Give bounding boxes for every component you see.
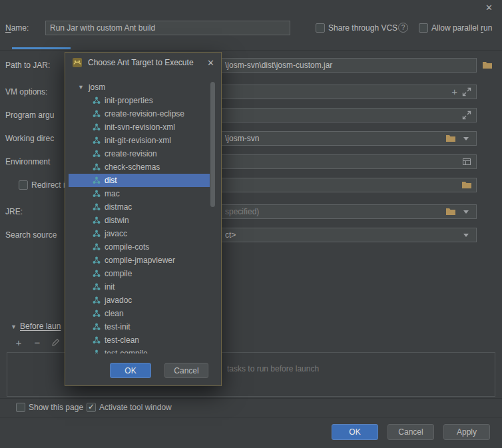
tree-item-label: init	[105, 282, 115, 292]
apply-button[interactable]: Apply	[443, 424, 490, 440]
add-task-button[interactable]: +	[13, 337, 24, 349]
tree-item-label: dist	[105, 176, 117, 185]
folder-icon[interactable]	[461, 180, 472, 190]
ant-target-icon	[93, 230, 101, 238]
ant-target-icon	[93, 216, 101, 224]
popup-cancel-button[interactable]: Cancel	[164, 363, 208, 378]
choose-ant-target-dialog: Choose Ant Target to Execute ✕ ▼ josm in…	[65, 52, 222, 386]
ant-target-icon	[93, 150, 101, 158]
name-label: Name:	[5, 23, 29, 33]
ant-target-icon	[93, 296, 101, 304]
popup-title-bar[interactable]: Choose Ant Target to Execute ✕	[65, 53, 221, 73]
tree-item-label: test-init	[105, 322, 130, 332]
chevron-down-icon[interactable]	[460, 132, 472, 145]
tree-item[interactable]: clean	[69, 307, 210, 320]
popup-scrollbar-thumb[interactable]	[210, 82, 215, 207]
ant-target-icon	[93, 110, 101, 118]
chevron-down-icon[interactable]	[460, 228, 472, 242]
tab-selected-indicator	[12, 47, 71, 49]
path-to-jar-label: Path to JAR:	[5, 61, 50, 71]
ant-target-icon	[93, 136, 101, 144]
activate-tool-window-checkbox[interactable]	[87, 403, 96, 412]
edit-task-button[interactable]	[51, 337, 61, 349]
environment-variables-label: Environment	[5, 157, 50, 167]
tree-item[interactable]: test-compile	[69, 347, 210, 353]
redirect-input-checkbox[interactable]	[19, 180, 28, 190]
path-browse-button[interactable]	[482, 60, 493, 71]
tree-item-label: compile-cots	[105, 242, 149, 252]
expand-field-icon[interactable]	[461, 110, 472, 120]
tree-item-label: clean	[105, 309, 124, 318]
tree-item[interactable]: javacc	[69, 227, 210, 240]
ant-target-icon	[93, 123, 101, 131]
expanded-arrow-icon[interactable]: ▼	[78, 84, 84, 91]
popup-title: Choose Ant Target to Execute	[88, 58, 202, 67]
ant-target-icon	[93, 283, 101, 291]
ant-target-icon	[93, 310, 101, 318]
before-launch-label: Before laun	[20, 322, 61, 332]
tree-item[interactable]: init-svn-revision-xml	[69, 120, 210, 134]
cancel-button[interactable]: Cancel	[387, 424, 434, 440]
expand-field-icon[interactable]	[461, 87, 472, 97]
tree-item-label: compile-jmapviewer	[105, 256, 175, 265]
tree-item-label: test-clean	[105, 336, 139, 345]
remove-task-button[interactable]: −	[32, 337, 43, 349]
allow-parallel-label: Allow parallel run	[431, 23, 492, 33]
tree-item[interactable]: javadoc	[69, 294, 210, 307]
tree-item-label: javadoc	[105, 296, 132, 305]
vm-options-label: VM options:	[5, 87, 47, 97]
ant-target-tree: ▼ josm init-properties create-revision-e…	[69, 81, 210, 353]
before-launch-empty-text: tasks to run before launch	[227, 364, 319, 373]
tree-item[interactable]: test-init	[69, 320, 210, 334]
tree-item[interactable]: test-clean	[69, 334, 210, 347]
before-launch-expander-icon[interactable]: ▼	[11, 324, 17, 330]
tree-item[interactable]: distmac	[69, 200, 210, 214]
popup-close-icon[interactable]: ✕	[207, 58, 214, 68]
tree-item-label: distmac	[105, 202, 132, 212]
popup-ok-button[interactable]: OK	[110, 363, 151, 378]
activate-tool-window-label: Activate tool window	[99, 403, 172, 413]
program-arguments-label: Program argu	[5, 111, 54, 120]
share-vcs-label: Share through VCS	[328, 23, 397, 33]
share-vcs-checkbox[interactable]	[316, 23, 325, 33]
tree-item[interactable]: compile-jmapviewer	[69, 254, 210, 267]
tree-item[interactable]: init-properties	[69, 94, 210, 107]
ant-target-icon	[93, 203, 101, 211]
tree-item[interactable]: compile	[69, 267, 210, 280]
tree-item-label: init-svn-revision-xml	[105, 122, 175, 132]
ant-target-icon	[93, 163, 101, 171]
footer-separator	[0, 398, 502, 399]
add-icon[interactable]: +	[451, 87, 457, 97]
help-icon[interactable]: ?	[398, 23, 408, 33]
ant-target-icon	[93, 97, 101, 105]
tree-item[interactable]: create-revision	[69, 147, 210, 160]
jre-label: JRE:	[5, 207, 23, 217]
tree-item[interactable]: mac	[69, 187, 210, 200]
tree-item-label: init-git-revision-xml	[105, 136, 171, 145]
dialog-close-icon[interactable]: ✕	[485, 3, 493, 13]
browse-variables-icon[interactable]	[461, 156, 472, 167]
show-this-page-checkbox[interactable]	[16, 403, 25, 412]
folder-icon[interactable]	[445, 206, 456, 217]
name-input[interactable]: Run Jar with custom Ant build	[45, 21, 290, 35]
redirect-input-label: Redirect i	[31, 180, 65, 190]
tab-separator	[0, 50, 502, 51]
tree-item[interactable]: compile-cots	[69, 240, 210, 254]
tree-item[interactable]: init	[69, 280, 210, 294]
ant-target-icon	[93, 323, 101, 331]
folder-icon[interactable]	[445, 133, 456, 144]
tree-item[interactable]: dist	[69, 174, 210, 187]
tree-item-label: compile	[105, 269, 132, 278]
tree-item[interactable]: init-git-revision-xml	[69, 134, 210, 147]
allow-parallel-checkbox[interactable]	[419, 23, 428, 33]
ok-button[interactable]: OK	[332, 424, 378, 440]
tree-item[interactable]: create-revision-eclipse	[69, 107, 210, 120]
tree-root-josm[interactable]: ▼ josm	[69, 81, 210, 94]
tree-item-label: check-schemas	[105, 162, 160, 172]
chevron-down-icon[interactable]	[460, 205, 472, 218]
name-value: Run Jar with custom Ant build	[50, 23, 286, 33]
ant-target-icon	[93, 176, 101, 184]
tree-item[interactable]: distwin	[69, 214, 210, 227]
tree-item-label: javacc	[105, 229, 127, 238]
tree-item[interactable]: check-schemas	[69, 160, 210, 174]
